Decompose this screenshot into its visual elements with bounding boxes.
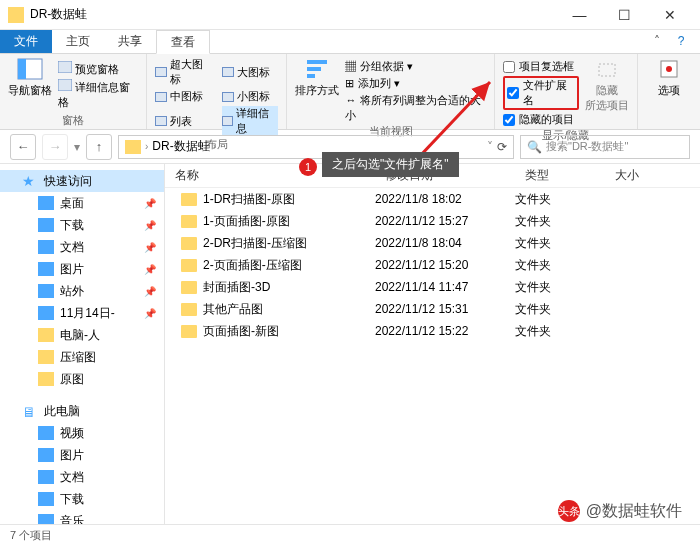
nav-item[interactable]: 下载 xyxy=(0,488,164,510)
hide-icon xyxy=(593,57,621,81)
pin-icon: 📌 xyxy=(144,286,156,297)
watermark-avatar: 头条 xyxy=(558,500,580,522)
titlebar: DR-数据蛙 — ☐ ✕ xyxy=(0,0,700,30)
folder-icon xyxy=(181,259,197,272)
table-row[interactable]: 2-DR扫描图-压缩图2022/11/8 18:04文件夹 xyxy=(165,232,700,254)
col-size[interactable]: 大小 xyxy=(605,167,700,184)
svg-rect-2 xyxy=(58,61,72,73)
nav-item[interactable]: 文档 xyxy=(0,466,164,488)
library-icon xyxy=(38,492,54,506)
back-button[interactable]: ← xyxy=(10,134,36,160)
nav-item[interactable]: 下载📌 xyxy=(0,214,164,236)
folder-icon xyxy=(38,350,54,364)
nav-item[interactable]: 视频 xyxy=(0,422,164,444)
ribbon-tabs: 文件 主页 共享 查看 xyxy=(0,30,700,54)
tab-view[interactable]: 查看 xyxy=(156,30,210,54)
nav-item[interactable]: 图片 xyxy=(0,444,164,466)
folder-icon xyxy=(125,140,141,154)
folder-icon xyxy=(181,281,197,294)
recent-locations-icon[interactable]: ▾ xyxy=(74,140,80,154)
svg-rect-5 xyxy=(307,67,321,71)
folder-icon xyxy=(38,306,54,320)
svg-rect-3 xyxy=(58,79,72,91)
pc-icon: 🖥 xyxy=(22,404,38,418)
folder-icon xyxy=(38,372,54,386)
svg-point-9 xyxy=(666,66,672,72)
window-title: DR-数据蛙 xyxy=(30,6,557,23)
tab-file[interactable]: 文件 xyxy=(0,30,52,53)
table-row[interactable]: 封面插图-3D2022/11/14 11:47文件夹 xyxy=(165,276,700,298)
table-row[interactable]: 1-页面插图-原图2022/11/12 15:27文件夹 xyxy=(165,210,700,232)
layout-gallery[interactable]: 超大图标 大图标 中图标 小图标 列表 详细信息 xyxy=(155,57,278,136)
status-bar: 7 个项目 xyxy=(0,524,700,546)
pin-icon: 📌 xyxy=(144,308,156,319)
fitcols-button[interactable]: ↔ 将所有列调整为合适的大小 xyxy=(345,93,485,123)
nav-item[interactable]: 原图 xyxy=(0,368,164,390)
annotation-tooltip: 之后勾选"文件扩展名" xyxy=(322,152,459,177)
library-icon xyxy=(38,426,54,440)
nav-item[interactable]: 站外📌 xyxy=(0,280,164,302)
dropdown-icon[interactable]: ˅ xyxy=(487,140,493,154)
search-input[interactable]: 🔍 搜索"DR-数据蛙" xyxy=(520,135,690,159)
folder-icon xyxy=(38,284,54,298)
details-pane-button[interactable]: 详细信息窗格 xyxy=(58,79,138,110)
table-row[interactable]: 其他产品图2022/11/12 15:31文件夹 xyxy=(165,298,700,320)
file-list: 1-DR扫描图-原图2022/11/8 18:02文件夹1-页面插图-原图202… xyxy=(165,188,700,524)
options-button[interactable]: 选项 xyxy=(646,57,692,98)
star-icon: ★ xyxy=(22,174,38,188)
folder-icon xyxy=(38,240,54,254)
table-row[interactable]: 2-页面插图-压缩图2022/11/12 15:20文件夹 xyxy=(165,254,700,276)
folder-icon xyxy=(181,303,197,316)
table-row[interactable]: 页面插图-新图2022/11/12 15:22文件夹 xyxy=(165,320,700,342)
file-ext-toggle[interactable]: 文件扩展名 xyxy=(503,76,579,110)
nav-item[interactable]: 11月14日-📌 xyxy=(0,302,164,324)
col-type[interactable]: 类型 xyxy=(515,167,605,184)
nav-item[interactable]: 文档📌 xyxy=(0,236,164,258)
table-row[interactable]: 1-DR扫描图-原图2022/11/8 18:02文件夹 xyxy=(165,188,700,210)
sort-button[interactable]: 排序方式 xyxy=(295,57,339,98)
svg-rect-4 xyxy=(307,60,327,64)
pin-icon: 📌 xyxy=(144,220,156,231)
nav-pane: ★快速访问 桌面📌下载📌文档📌图片📌站外📌11月14日-📌电脑-人压缩图原图 🖥… xyxy=(0,164,165,524)
help-icon[interactable]: ? xyxy=(672,32,690,50)
addcol-button[interactable]: ⊞ 添加列 ▾ xyxy=(345,76,485,91)
svg-rect-1 xyxy=(18,59,26,79)
ribbon-collapse-icon[interactable]: ˄ xyxy=(648,32,666,50)
hidden-items-toggle[interactable]: 隐藏的项目 xyxy=(503,112,579,127)
svg-rect-7 xyxy=(599,64,615,76)
sort-icon xyxy=(303,57,331,81)
nav-item[interactable]: 电脑-人 xyxy=(0,324,164,346)
folder-icon xyxy=(181,215,197,228)
svg-rect-6 xyxy=(307,74,315,78)
up-button[interactable]: ↑ xyxy=(86,134,112,160)
maximize-button[interactable]: ☐ xyxy=(602,1,647,29)
minimize-button[interactable]: — xyxy=(557,1,602,29)
ribbon-view: 导航窗格 预览窗格 详细信息窗格 窗格 超大图标 大图标 中图标 小图标 列表 … xyxy=(0,54,700,130)
forward-button[interactable]: → xyxy=(42,134,68,160)
pin-icon: 📌 xyxy=(144,198,156,209)
nav-item[interactable]: 桌面📌 xyxy=(0,192,164,214)
nav-item[interactable]: 图片📌 xyxy=(0,258,164,280)
refresh-icon[interactable]: ⟳ xyxy=(497,140,507,154)
tab-share[interactable]: 共享 xyxy=(104,30,156,53)
folder-icon xyxy=(38,218,54,232)
nav-item[interactable]: 压缩图 xyxy=(0,346,164,368)
library-icon xyxy=(38,514,54,524)
navpane-icon xyxy=(16,57,44,81)
search-icon: 🔍 xyxy=(527,140,542,154)
tab-home[interactable]: 主页 xyxy=(52,30,104,53)
library-icon xyxy=(38,448,54,462)
options-icon xyxy=(655,57,683,81)
nav-item[interactable]: 音乐 xyxy=(0,510,164,524)
nav-this-pc[interactable]: 🖥此电脑 xyxy=(0,400,164,422)
folder-icon xyxy=(8,7,24,23)
groupby-button[interactable]: ▦ 分组依据 ▾ xyxy=(345,59,485,74)
close-button[interactable]: ✕ xyxy=(647,1,692,29)
navpane-button[interactable]: 导航窗格 xyxy=(8,57,52,98)
pin-icon: 📌 xyxy=(144,264,156,275)
hide-selected-button[interactable]: 隐藏 所选项目 xyxy=(585,57,629,113)
nav-quick-access[interactable]: ★快速访问 xyxy=(0,170,164,192)
item-checkboxes-toggle[interactable]: 项目复选框 xyxy=(503,59,579,74)
folder-icon xyxy=(181,193,197,206)
preview-pane-button[interactable]: 预览窗格 xyxy=(58,61,138,77)
